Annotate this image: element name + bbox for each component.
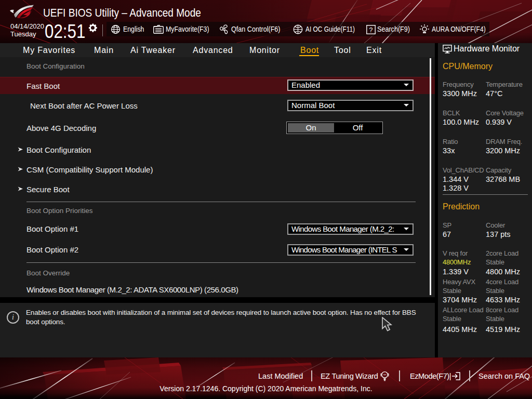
svg-text:?: ?	[369, 26, 373, 34]
